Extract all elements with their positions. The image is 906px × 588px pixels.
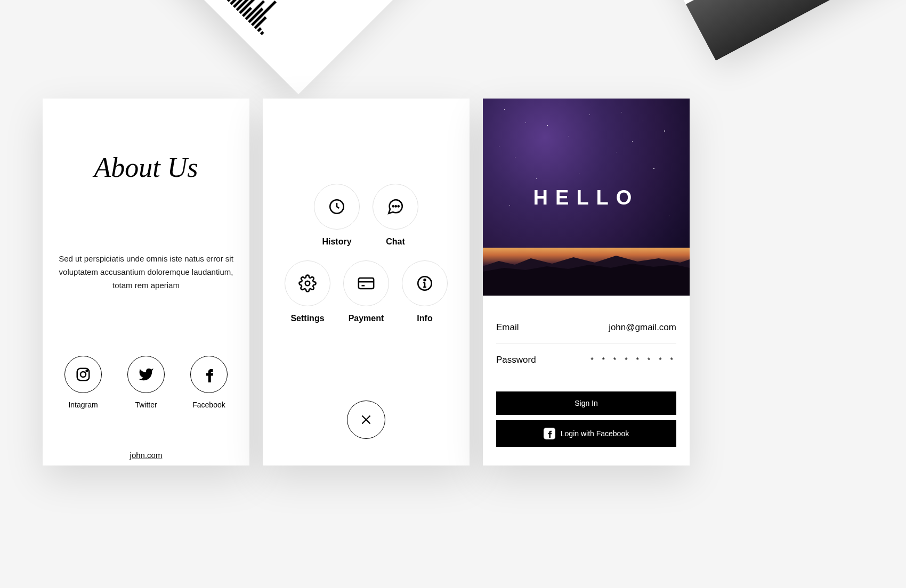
login-screen: HELLO Email john@gmail.com Password * * … bbox=[483, 99, 690, 466]
signin-button[interactable]: Sign In bbox=[496, 391, 676, 415]
field-label: Password bbox=[496, 355, 536, 365]
menu-label: History bbox=[322, 237, 351, 247]
about-body: Sed ut perspiciatis unde omnis iste natu… bbox=[59, 252, 233, 292]
menu-label: Info bbox=[417, 314, 432, 323]
clock-icon bbox=[328, 198, 346, 216]
social-twitter[interactable]: Twitter bbox=[127, 356, 165, 409]
svg-rect-8 bbox=[359, 278, 374, 289]
about-title: About Us bbox=[59, 152, 233, 183]
facebook-icon bbox=[544, 428, 555, 439]
social-instagram[interactable]: Intagram bbox=[64, 356, 102, 409]
menu-item-payment[interactable]: Payment bbox=[343, 260, 389, 323]
chat-icon bbox=[386, 198, 405, 216]
svg-point-6 bbox=[398, 206, 399, 207]
svg-point-4 bbox=[393, 206, 394, 207]
menu-item-history[interactable]: History bbox=[314, 184, 360, 247]
decorative-image-card bbox=[611, 0, 906, 61]
menu-label: Settings bbox=[290, 314, 324, 323]
menu-item-chat[interactable]: Chat bbox=[373, 184, 418, 247]
decorative-chart-card: 10 20 30 bbox=[140, 0, 457, 94]
website-link[interactable]: john.com bbox=[59, 451, 233, 460]
hero-title: HELLO bbox=[483, 186, 690, 209]
button-label: Sign In bbox=[575, 399, 598, 407]
svg-point-7 bbox=[305, 281, 310, 286]
password-field[interactable]: Password * * * * * * * * bbox=[496, 344, 676, 376]
gear-icon bbox=[298, 274, 317, 292]
social-label: Twitter bbox=[135, 401, 157, 409]
twitter-icon bbox=[138, 366, 154, 382]
button-label: Login with Facebook bbox=[561, 429, 629, 438]
svg-point-1 bbox=[80, 372, 86, 377]
field-value: * * * * * * * * bbox=[590, 356, 676, 364]
card-icon bbox=[357, 274, 375, 292]
info-icon bbox=[416, 274, 434, 292]
facebook-login-button[interactable]: Login with Facebook bbox=[496, 420, 676, 447]
about-us-screen: About Us Sed ut perspiciatis unde omnis … bbox=[43, 99, 249, 466]
menu-label: Payment bbox=[349, 314, 384, 323]
instagram-icon bbox=[75, 366, 91, 382]
svg-point-5 bbox=[395, 206, 397, 207]
svg-point-2 bbox=[86, 370, 88, 372]
menu-item-settings[interactable]: Settings bbox=[285, 260, 330, 323]
svg-point-13 bbox=[424, 279, 426, 281]
field-value: john@gmail.com bbox=[609, 322, 676, 333]
social-facebook[interactable]: Facebook bbox=[190, 356, 228, 409]
field-label: Email bbox=[496, 322, 519, 333]
login-hero: HELLO bbox=[483, 99, 690, 296]
social-label: Intagram bbox=[68, 401, 98, 409]
email-field[interactable]: Email john@gmail.com bbox=[496, 312, 676, 344]
close-button[interactable] bbox=[347, 401, 385, 439]
close-icon bbox=[359, 413, 373, 427]
social-label: Facebook bbox=[192, 401, 225, 409]
menu-screen: History Chat S bbox=[263, 99, 470, 466]
menu-label: Chat bbox=[386, 237, 405, 247]
facebook-icon bbox=[205, 366, 213, 382]
menu-item-info[interactable]: Info bbox=[402, 260, 448, 323]
